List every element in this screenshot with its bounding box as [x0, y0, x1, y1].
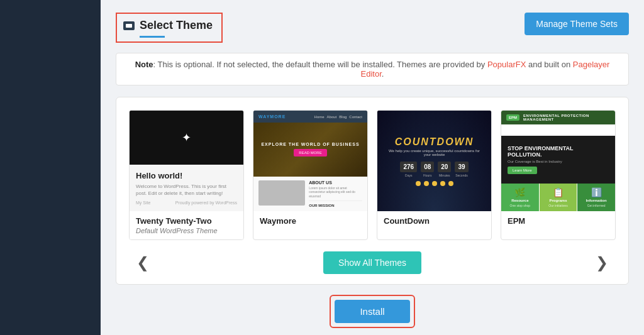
epm-hero: STOP ENVIRONMENTAL POLLUTION. Our Covera… — [501, 136, 615, 184]
epm-bottom-bar: 🌿 Resource One stop shop 📋 Programs Our … — [501, 184, 615, 211]
show-all-themes-button[interactable]: Show All Themes — [323, 251, 421, 274]
epm-header-text: ENVIRONMENTAL PROTECTION MANAGEMENT — [523, 114, 610, 121]
theme-card-info-epm: EPM — [501, 211, 615, 231]
theme-preview-twenty-twenty-two: ✦ Hello world! Welcome to WordPress. Thi… — [130, 111, 243, 211]
ttt-footer: My Site Proudly powered by WordPress — [136, 200, 237, 205]
theme-card-waymore[interactable]: Waymore HomeAboutBlogContact EXPLORE THE… — [253, 110, 368, 240]
waymore-header: Waymore HomeAboutBlogContact — [253, 111, 367, 123]
epm-programs: 📋 Programs Our initiatives — [540, 184, 577, 211]
select-theme-box: Select Theme — [116, 13, 223, 43]
select-theme-title-row: Select Theme — [123, 19, 213, 32]
note-middle: and built on — [526, 60, 572, 69]
theme-name-epm: EPM — [508, 216, 609, 226]
navigation-row: ❮ Show All Themes ❯ — [129, 251, 616, 274]
epm-hero-title: STOP ENVIRONMENTAL POLLUTION. — [508, 145, 609, 158]
theme-preview-waymore: Waymore HomeAboutBlogContact EXPLORE THE… — [253, 111, 367, 211]
theme-card-info-waymore: Waymore — [253, 211, 367, 231]
countdown-numbers: 276 Days 08 Hours 20 Minutes — [385, 162, 484, 177]
waymore-about-desc: Lorem ipsum dolor sit amet consectetur a… — [309, 186, 362, 199]
next-arrow-button[interactable]: ❯ — [591, 251, 613, 274]
ttt-hello-text: Hello world! — [136, 171, 237, 180]
epm-hero-btn: Learn More — [508, 167, 537, 174]
sidebar — [0, 0, 101, 335]
prev-arrow-button[interactable]: ❮ — [131, 251, 154, 274]
theme-preview-epm: EPM ENVIRONMENTAL PROTECTION MANAGEMENT … — [501, 111, 615, 211]
waymore-nav: HomeAboutBlogContact — [314, 115, 362, 119]
popularfx-link[interactable]: PopularFX — [487, 60, 526, 69]
theme-card-countdown[interactable]: COUNTDOWN We help you create unique, suc… — [377, 110, 492, 240]
theme-card-twenty-twenty-two[interactable]: ✦ Hello world! Welcome to WordPress. Thi… — [129, 110, 244, 240]
select-theme-title: Select Theme — [140, 19, 213, 32]
countdown-hours: 08 Hours — [421, 162, 434, 177]
countdown-seconds: 39 Seconds — [455, 162, 468, 177]
main-content: Select Theme Manage Theme Sets Note: Thi… — [101, 0, 644, 335]
waymore-about-text: ABOUT US Lorem ipsum dolor sit amet cons… — [309, 180, 362, 208]
waymore-bottom: ABOUT US Lorem ipsum dolor sit amet cons… — [253, 177, 367, 212]
countdown-dots — [385, 181, 484, 186]
epm-hero-desc: Our Coverage is Best in Industry — [508, 160, 609, 163]
theme-sub-ttt: Default WordPress Theme — [136, 227, 237, 234]
header-row: Select Theme Manage Theme Sets — [116, 13, 629, 43]
note-text: : This is optional. If not selected, the… — [153, 60, 487, 69]
waymore-mission: OUR MISSION — [309, 200, 362, 207]
note-bar: Note: This is optional. If not selected,… — [116, 53, 629, 85]
theme-name-waymore: Waymore — [260, 216, 361, 226]
theme-name-ttt: Twenty Twenty-Two — [136, 216, 237, 226]
countdown-days: 276 Days — [400, 162, 417, 177]
countdown-sub: We help you create unique, successful co… — [385, 149, 484, 157]
bird-decoration: ✦ — [182, 131, 191, 145]
bottom-section: Install Email installation details to : — [116, 295, 629, 335]
theme-icon — [123, 21, 135, 30]
select-theme-underline — [140, 36, 165, 38]
epm-badge: EPM — [506, 114, 519, 121]
themes-section: ✦ Hello world! Welcome to WordPress. Thi… — [116, 97, 629, 285]
theme-name-countdown: CountDown — [384, 216, 485, 226]
countdown-title: COUNTDOWN — [385, 136, 484, 148]
waymore-hero-content: EXPLORE THE WORLD OF BUSINESS READ MORE — [261, 128, 359, 172]
countdown-content: COUNTDOWN We help you create unique, suc… — [377, 111, 491, 211]
waymore-hero: EXPLORE THE WORLD OF BUSINESS READ MORE — [253, 123, 367, 177]
theme-card-info-ttt: Twenty Twenty-Two Default WordPress Them… — [130, 211, 243, 239]
theme-card-epm[interactable]: EPM ENVIRONMENTAL PROTECTION MANAGEMENT … — [501, 110, 616, 240]
install-button-wrapper: Install — [330, 295, 414, 328]
epm-header: EPM ENVIRONMENTAL PROTECTION MANAGEMENT — [501, 111, 615, 124]
epm-information: ℹ️ Information Get informed — [577, 184, 615, 211]
epm-search-bar — [506, 127, 610, 133]
ttt-desc-text: Welcome to WordPress. This is your first… — [136, 183, 237, 197]
waymore-hero-text: EXPLORE THE WORLD OF BUSINESS — [261, 142, 359, 146]
install-button[interactable]: Install — [335, 300, 409, 323]
theme-preview-countdown: COUNTDOWN We help you create unique, suc… — [377, 111, 491, 211]
countdown-minutes: 20 Minutes — [438, 162, 451, 177]
note-label: Note — [135, 60, 153, 69]
waymore-cta: READ MORE — [294, 149, 326, 157]
epm-resource: 🌿 Resource One stop shop — [501, 184, 539, 211]
manage-theme-sets-button[interactable]: Manage Theme Sets — [525, 13, 629, 35]
waymore-logo: Waymore — [258, 114, 286, 119]
themes-grid: ✦ Hello world! Welcome to WordPress. Thi… — [129, 110, 616, 240]
waymore-about-img — [258, 180, 305, 206]
theme-card-info-countdown: CountDown — [377, 211, 491, 231]
waymore-about-title: ABOUT US — [309, 180, 362, 185]
note-suffix: . — [382, 69, 384, 79]
